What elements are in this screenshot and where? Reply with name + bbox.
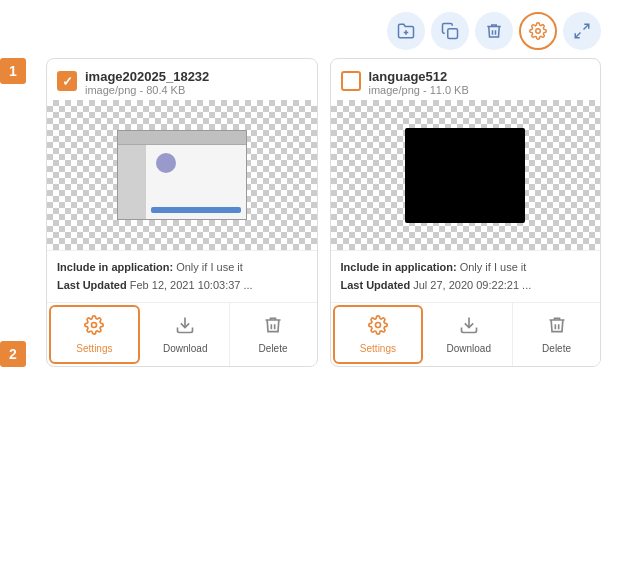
step-2-badge: 2 xyxy=(0,341,26,367)
card-1-download-button[interactable]: Download xyxy=(142,303,230,366)
card-2-include-label: Include in application: xyxy=(341,261,457,273)
download-icon-2 xyxy=(459,315,479,340)
card-1-include-label: Include in application: xyxy=(57,261,173,273)
svg-line-4 xyxy=(584,24,589,29)
card-2-subtitle: image/png - 11.0 KB xyxy=(369,84,469,96)
download-icon xyxy=(175,315,195,340)
card-1-actions: Settings Download xyxy=(47,302,317,366)
step-1-badge: 1 xyxy=(0,58,26,84)
card-2-settings-label: Settings xyxy=(360,343,396,354)
svg-rect-2 xyxy=(448,29,458,39)
folder-button[interactable] xyxy=(387,12,425,50)
fake-main xyxy=(146,145,246,219)
card-2: language512 image/png - 11.0 KB Include … xyxy=(330,58,602,367)
card-2-updated: Last Updated Jul 27, 2020 09:22:21 ... xyxy=(341,277,591,295)
card-2-title: language512 xyxy=(369,69,469,84)
card-1-include: Include in application: Only if I use it xyxy=(57,259,307,277)
page-wrapper: 1 image202025_18232 image/png - 80.4 KB xyxy=(0,0,617,576)
card-2-actions: Settings Download xyxy=(331,302,601,366)
svg-line-5 xyxy=(575,33,580,38)
svg-point-8 xyxy=(375,323,380,328)
cards-wrapper: image202025_18232 image/png - 80.4 KB xyxy=(46,58,601,367)
card-2-header: language512 image/png - 11.0 KB xyxy=(331,59,601,100)
card-1-title-block: image202025_18232 image/png - 80.4 KB xyxy=(85,69,209,96)
settings-button[interactable] xyxy=(519,12,557,50)
card-1-updated-label: Last Updated xyxy=(57,279,127,291)
card-1-settings-label: Settings xyxy=(76,343,112,354)
card-1-include-value: Only if I use it xyxy=(176,261,243,273)
card-2-include-value: Only if I use it xyxy=(460,261,527,273)
card-1-delete-label: Delete xyxy=(259,343,288,354)
card-1-settings-button[interactable]: Settings xyxy=(49,305,140,364)
card-1-image-area xyxy=(47,100,317,250)
card-2-settings-button[interactable]: Settings xyxy=(333,305,424,364)
card-2-title-block: language512 image/png - 11.0 KB xyxy=(369,69,469,96)
copy-button[interactable] xyxy=(431,12,469,50)
card-2-include: Include in application: Only if I use it xyxy=(341,259,591,277)
svg-point-6 xyxy=(92,323,97,328)
settings-icon xyxy=(84,315,104,340)
top-toolbar xyxy=(0,0,617,58)
card-1: image202025_18232 image/png - 80.4 KB xyxy=(46,58,318,367)
card-1-subtitle: image/png - 80.4 KB xyxy=(85,84,209,96)
fake-sidebar xyxy=(118,145,146,219)
card-2-checkbox[interactable] xyxy=(341,71,361,91)
resize-button[interactable] xyxy=(563,12,601,50)
card-1-info: Include in application: Only if I use it… xyxy=(47,250,317,302)
card-2-image-area xyxy=(331,100,601,250)
delete-icon xyxy=(263,315,283,340)
card-1-checkbox[interactable] xyxy=(57,71,77,91)
card-2-info: Include in application: Only if I use it… xyxy=(331,250,601,302)
delete-icon-2 xyxy=(547,315,567,340)
fake-bar xyxy=(151,207,241,213)
fake-topbar xyxy=(118,131,246,145)
card-2-updated-label: Last Updated xyxy=(341,279,411,291)
trash-button[interactable] xyxy=(475,12,513,50)
card-1-updated-value: Feb 12, 2021 10:03:37 ... xyxy=(130,279,253,291)
svg-point-3 xyxy=(536,29,541,34)
card-2-delete-label: Delete xyxy=(542,343,571,354)
card-2-updated-value: Jul 27, 2020 09:22:21 ... xyxy=(413,279,531,291)
card-2-black-image xyxy=(405,128,525,223)
fake-body xyxy=(118,145,246,219)
card-1-updated: Last Updated Feb 12, 2021 10:03:37 ... xyxy=(57,277,307,295)
card-1-download-label: Download xyxy=(163,343,207,354)
fake-circle xyxy=(156,153,176,173)
card-1-delete-button[interactable]: Delete xyxy=(230,303,317,366)
card-1-screenshot xyxy=(117,130,247,220)
card-2-delete-button[interactable]: Delete xyxy=(513,303,600,366)
card-2-download-label: Download xyxy=(447,343,491,354)
card-1-header: image202025_18232 image/png - 80.4 KB xyxy=(47,59,317,100)
card-2-download-button[interactable]: Download xyxy=(425,303,513,366)
settings-icon-2 xyxy=(368,315,388,340)
card-1-title: image202025_18232 xyxy=(85,69,209,84)
